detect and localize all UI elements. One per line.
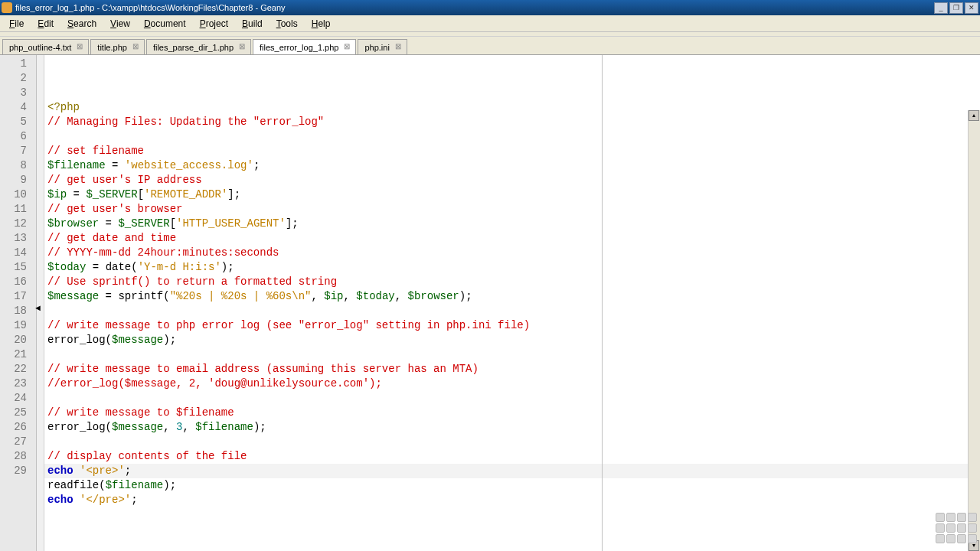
line-number: 17: [0, 289, 36, 304]
line-number: 6: [0, 129, 36, 144]
title-bar: files_error_log_1.php - C:\xampp\htdocs\…: [0, 0, 980, 15]
tab-label: title.php: [97, 43, 127, 52]
menu-help[interactable]: Help: [305, 17, 337, 31]
print-margin-guide: [602, 55, 603, 551]
line-number: 26: [0, 420, 36, 435]
menu-view[interactable]: View: [104, 17, 136, 31]
code-line[interactable]: // Managing Files: Updating the "error_l…: [47, 115, 980, 129]
line-number-gutter: 1234567891011121314151617181920212223242…: [0, 55, 37, 551]
menu-search[interactable]: Search: [61, 17, 103, 31]
cursor-margin-marker: ◄: [34, 303, 42, 312]
code-line[interactable]: [47, 391, 980, 406]
tab-label: files_error_log_1.php: [260, 43, 338, 52]
menu-edit[interactable]: Edit: [31, 17, 60, 31]
menu-build[interactable]: Build: [236, 17, 269, 31]
code-line[interactable]: [47, 435, 980, 449]
code-line[interactable]: // Use sprintf() to return a formatted s…: [47, 275, 980, 289]
line-number: 1: [0, 57, 36, 71]
code-line[interactable]: echo '<pre>';: [47, 464, 980, 478]
line-number: 2: [0, 71, 36, 86]
line-number: 14: [0, 246, 36, 260]
code-line[interactable]: $message = sprintf("%20s | %20s | %60s\n…: [47, 289, 980, 304]
tab-files-error-log-1-php[interactable]: files_error_log_1.php⊠: [253, 39, 356, 54]
code-line[interactable]: <?php: [47, 100, 980, 115]
tab-close-icon[interactable]: ⊠: [343, 44, 351, 51]
code-line[interactable]: [47, 347, 980, 362]
line-number: 15: [0, 260, 36, 275]
line-number: 19: [0, 318, 36, 333]
tab-bar: php_outline-4.txt⊠title.php⊠files_parse_…: [0, 37, 980, 55]
line-number: 5: [0, 115, 36, 129]
line-number: 3: [0, 86, 36, 100]
code-line[interactable]: error_log($message, 3, $filename);: [47, 420, 980, 435]
code-line[interactable]: $today = date('Y-m-d H:i:s');: [47, 260, 980, 275]
maximize-button[interactable]: ❐: [949, 2, 963, 14]
code-line[interactable]: $filename = 'website_access.log';: [47, 158, 980, 173]
code-line[interactable]: error_log($message);: [47, 333, 980, 347]
vertical-scrollbar[interactable]: ▴ ▾: [968, 110, 980, 551]
tab-label: php_outline-4.txt: [9, 43, 71, 52]
code-line[interactable]: // display contents of the file: [47, 449, 980, 464]
code-line[interactable]: $browser = $_SERVER['HTTP_USER_AGENT'];: [47, 217, 980, 231]
line-number: 13: [0, 231, 36, 246]
code-line[interactable]: //error_log($message, 2, 'doug@unlikelys…: [47, 377, 980, 391]
code-line[interactable]: // write message to email address (assum…: [47, 362, 980, 377]
close-button[interactable]: ✕: [965, 2, 978, 14]
line-number: 4: [0, 100, 36, 115]
tab-close-icon[interactable]: ⊠: [76, 44, 83, 51]
code-line[interactable]: // get user's IP address: [47, 173, 980, 187]
fold-column: ◄: [37, 55, 44, 551]
line-number: 23: [0, 377, 36, 391]
tab-label: files_parse_dir_1.php: [153, 43, 234, 52]
code-line[interactable]: // get date and time: [47, 231, 980, 246]
line-number: 21: [0, 347, 36, 362]
line-number: 16: [0, 275, 36, 289]
window-title: files_error_log_1.php - C:\xampp\htdocs\…: [15, 3, 934, 12]
line-number: 7: [0, 144, 36, 158]
line-number: 10: [0, 187, 36, 202]
line-number: 8: [0, 158, 36, 173]
tab-files-parse-dir-1-php[interactable]: files_parse_dir_1.php⊠: [146, 39, 251, 54]
editor-area: 1234567891011121314151617181920212223242…: [0, 55, 980, 551]
line-number: 28: [0, 449, 36, 464]
code-editor[interactable]: <?php// Managing Files: Updating the "er…: [44, 55, 980, 551]
tab-close-icon[interactable]: ⊠: [132, 44, 139, 51]
code-line[interactable]: readfile($filename);: [47, 478, 980, 493]
line-number: 29: [0, 464, 36, 478]
code-line[interactable]: // set filename: [47, 144, 980, 158]
line-number: 11: [0, 202, 36, 217]
minimize-button[interactable]: _: [934, 2, 948, 14]
menu-document[interactable]: Document: [138, 17, 192, 31]
code-line[interactable]: // get user's browser: [47, 202, 980, 217]
window-buttons: _ ❐ ✕: [934, 2, 978, 14]
tab-title-php[interactable]: title.php⊠: [90, 39, 145, 54]
app-icon: [2, 2, 12, 13]
tab-close-icon[interactable]: ⊠: [394, 44, 402, 51]
tab-close-icon[interactable]: ⊠: [238, 44, 246, 51]
code-line[interactable]: [47, 507, 980, 522]
line-number: 24: [0, 391, 36, 406]
code-line[interactable]: // write message to $filename: [47, 406, 980, 420]
menu-bar: File Edit Search View Document Project B…: [0, 15, 980, 32]
menu-file[interactable]: File: [3, 17, 30, 31]
code-line[interactable]: [47, 304, 980, 318]
menu-project[interactable]: Project: [194, 17, 234, 31]
line-number: 9: [0, 173, 36, 187]
line-number: 18: [0, 304, 36, 318]
menu-tools[interactable]: Tools: [270, 17, 304, 31]
corner-widget: [936, 513, 978, 549]
code-line[interactable]: [47, 129, 980, 144]
code-line[interactable]: // write message to php error log (see "…: [47, 318, 980, 333]
line-number: 22: [0, 362, 36, 377]
code-line[interactable]: $ip = $_SERVER['REMOTE_ADDR'];: [47, 187, 980, 202]
tab-php-outline-4-txt[interactable]: php_outline-4.txt⊠: [2, 39, 89, 54]
scroll-up-button[interactable]: ▴: [969, 110, 979, 121]
line-number: 25: [0, 406, 36, 420]
tab-label: php.ini: [364, 43, 389, 52]
line-number: 20: [0, 333, 36, 347]
code-line[interactable]: echo '</pre>';: [47, 493, 980, 507]
line-number: 12: [0, 217, 36, 231]
code-line[interactable]: // YYYY-mm-dd 24hour:minutes:seconds: [47, 246, 980, 260]
line-number: 27: [0, 435, 36, 449]
tab-php-ini[interactable]: php.ini⊠: [358, 39, 407, 54]
